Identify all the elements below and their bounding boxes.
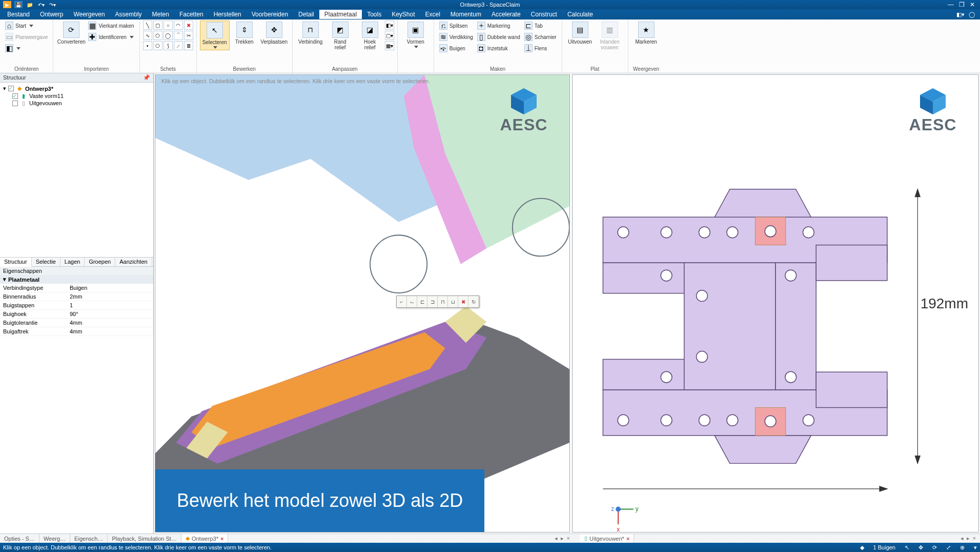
panel-tab-lagen[interactable]: Lagen xyxy=(60,258,85,266)
minimize-button[interactable]: — xyxy=(948,1,954,8)
tab2-close-all[interactable]: × xyxy=(973,535,976,542)
sb-tool-4[interactable]: ⤢ xyxy=(946,544,951,551)
vierkant-button[interactable]: ▦Vierkant maken xyxy=(86,21,136,31)
menu-assembly[interactable]: Assembly xyxy=(110,10,147,19)
offset-tool-icon[interactable]: ⎔ xyxy=(153,41,162,50)
property-value[interactable]: Buigen xyxy=(67,284,153,292)
menu-voorbereiden[interactable]: Voorbereiden xyxy=(247,10,293,19)
markeren-button[interactable]: ★Markeren xyxy=(631,21,661,46)
mt-btn-2[interactable]: ⌙ xyxy=(407,296,417,307)
panel-tab-structuur[interactable]: Structuur xyxy=(0,258,32,267)
menu-momentum[interactable]: Momentum xyxy=(445,10,486,19)
undo-icon[interactable]: ↶▾ xyxy=(37,1,45,8)
menu-keyshot[interactable]: KeyShot xyxy=(386,10,420,19)
menu-herstellen[interactable]: Herstellen xyxy=(209,10,247,19)
viewport-2d[interactable]: AESC xyxy=(572,74,979,533)
tab-scroll-right[interactable]: ▸ xyxy=(561,535,564,542)
panel-tab-selectie[interactable]: Selectie xyxy=(32,258,60,266)
viewport-3d[interactable]: Klik op een object. Dubbelklik om een ra… xyxy=(155,74,570,533)
tab-scroll-left[interactable]: ◂ xyxy=(555,535,558,542)
menu-bestand[interactable]: Bestand xyxy=(2,10,35,19)
doc-tab-segment[interactable]: Eigensch… xyxy=(70,534,108,543)
help-icon[interactable]: ◯ xyxy=(969,11,975,18)
relief-opt2-icon[interactable]: ▢▾ xyxy=(385,31,394,40)
trekken-button[interactable]: ⇕Trekken xyxy=(230,21,259,46)
flens-button[interactable]: ⟘Flens xyxy=(522,43,559,53)
maximize-button[interactable]: ❐ xyxy=(959,1,965,8)
open-icon[interactable]: 📁 xyxy=(26,1,34,8)
close-tab-icon[interactable]: × xyxy=(220,536,223,542)
property-row[interactable]: Buigtolerantie4mm xyxy=(0,319,153,327)
menu-construct[interactable]: Construct xyxy=(526,10,562,19)
redo-icon[interactable]: ↷▾ xyxy=(48,1,56,8)
doc-tab-active[interactable]: ◆ Ontwerp3* × xyxy=(181,534,228,543)
circle-tool-icon[interactable]: ○ xyxy=(164,21,173,30)
buigen-button[interactable]: ⤽Buigen xyxy=(437,43,475,53)
properties-section[interactable]: ▾Plaatmetaal xyxy=(0,275,153,284)
panel-tab-aanzichten[interactable]: Aanzichten xyxy=(115,258,152,266)
menu-facetten[interactable]: Facetten xyxy=(174,10,209,19)
arc-tool-icon[interactable]: ◠ xyxy=(174,21,183,30)
randrelief-button[interactable]: ◩Rand relief xyxy=(325,21,355,51)
property-value[interactable]: 2mm xyxy=(67,292,153,301)
menu-tools[interactable]: Tools xyxy=(362,10,386,19)
delete-tool-icon[interactable]: ✖ xyxy=(184,21,193,30)
menu-detail[interactable]: Detail xyxy=(293,10,319,19)
save-icon[interactable]: 💾 xyxy=(14,1,23,8)
menu-calculate[interactable]: Calculate xyxy=(562,10,598,19)
property-value[interactable]: 90° xyxy=(67,310,153,318)
mt-btn-6[interactable]: ⊔ xyxy=(448,296,458,307)
doc-tab-segment[interactable]: Playback, Simulation St… xyxy=(108,534,181,543)
converteren-button[interactable]: ⟳Converteren xyxy=(56,21,86,46)
property-row[interactable]: Binnenradius2mm xyxy=(0,292,153,301)
mt-btn-3[interactable]: ⊏ xyxy=(417,296,427,307)
relief-opt3-icon[interactable]: ▦▾ xyxy=(385,41,394,50)
menu-accelerate[interactable]: Accelerate xyxy=(486,10,526,19)
property-value[interactable]: 4mm xyxy=(67,319,153,327)
spline-tool-icon[interactable]: ∿ xyxy=(143,31,152,40)
vormen-button[interactable]: ▣Vormen xyxy=(401,21,431,49)
close-tab-icon[interactable]: × xyxy=(626,536,629,542)
ellipse-tool-icon[interactable]: ◯ xyxy=(164,31,173,40)
uitvouwen-button[interactable]: ▤Uitvouwen xyxy=(565,21,595,46)
doc-tab-right[interactable]: ▯ Uitgevouwen* × xyxy=(580,534,634,543)
app-icon[interactable]: ▶ xyxy=(3,1,11,8)
point-tool-icon[interactable]: • xyxy=(143,41,152,50)
tree-root[interactable]: ▾ ◆ Ontwerp3* xyxy=(3,85,150,92)
verdikking-button[interactable]: ≋Verdikking xyxy=(437,32,475,42)
tree-child-unfold[interactable]: ▯ Uitgevouwen xyxy=(3,100,150,107)
status-indicator-icon[interactable]: ◆ xyxy=(860,544,864,551)
property-row[interactable]: Buighoek90° xyxy=(0,310,153,319)
scharnier-button[interactable]: ◎Scharnier xyxy=(522,32,559,42)
tab2-scroll-right[interactable]: ▸ xyxy=(967,535,970,542)
sb-tool-5[interactable]: ⊕ xyxy=(960,544,965,551)
view-extra-button[interactable]: ◧ xyxy=(3,43,50,53)
mt-btn-5[interactable]: ⊓ xyxy=(438,296,448,307)
property-row[interactable]: VerbindingstypeBuigen xyxy=(0,284,153,292)
menu-excel[interactable]: Excel xyxy=(420,10,445,19)
appearance-icon[interactable]: ◧▾ xyxy=(956,11,965,18)
line-tool-icon[interactable]: ╲ xyxy=(143,21,152,30)
sb-tool-3[interactable]: ⟳ xyxy=(932,544,937,551)
property-row[interactable]: Buigstappen1 xyxy=(0,301,153,310)
hoekrelief-button[interactable]: ◪Hoek relief xyxy=(355,21,385,51)
verplaatsen-button[interactable]: ✥Verplaatsen xyxy=(259,21,289,46)
menu-ontwerp[interactable]: Ontwerp xyxy=(35,10,68,19)
sb-tool-1[interactable]: ↖ xyxy=(905,544,909,551)
tab-button[interactable]: ⊏Tab xyxy=(522,21,559,31)
rect-tool-icon[interactable]: ▢ xyxy=(153,21,162,30)
dubbelewand-button[interactable]: ▯Dubbele wand xyxy=(475,32,522,42)
property-row[interactable]: Buigaftrek4mm xyxy=(0,327,153,336)
trim-tool-icon[interactable]: ✂ xyxy=(184,31,193,40)
mt-btn-4[interactable]: ⊐ xyxy=(427,296,438,307)
sb-tool-6[interactable]: ▾ xyxy=(974,544,977,551)
sb-tool-2[interactable]: ✥ xyxy=(918,544,923,551)
verbinding-button[interactable]: ⊓Verbinding xyxy=(296,21,325,46)
start-button[interactable]: ⌂Start xyxy=(3,21,50,31)
identificeren-button[interactable]: ✚Identificeren xyxy=(86,32,136,42)
tree-child-solid[interactable]: ▮ Vaste vorm11 xyxy=(3,92,150,100)
fillet-tool-icon[interactable]: ⟆ xyxy=(164,41,173,50)
arc3-tool-icon[interactable]: ⌒ xyxy=(174,31,183,40)
tab-close-all[interactable]: × xyxy=(567,535,570,542)
close-button[interactable]: ✕ xyxy=(970,1,975,8)
